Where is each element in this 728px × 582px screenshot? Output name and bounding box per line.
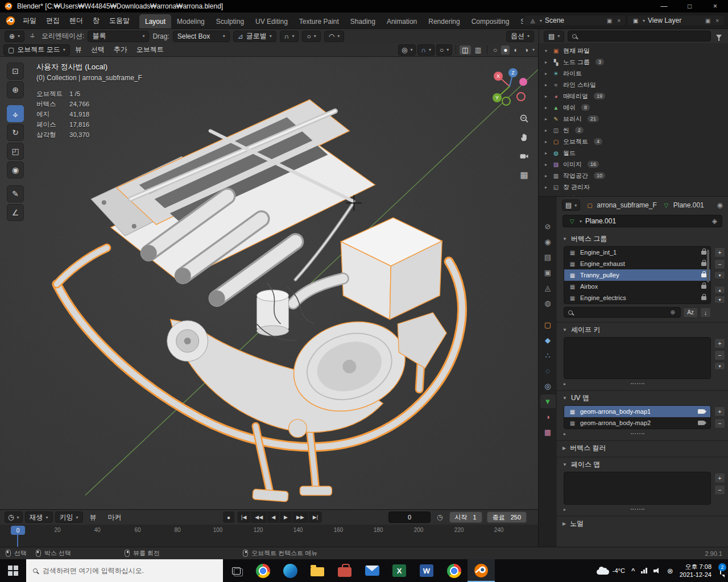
zoom-icon[interactable] (519, 114, 529, 125)
menu-file[interactable]: 파일 (18, 14, 41, 27)
taskbar-app-chrome[interactable] (249, 559, 276, 582)
jump-to-start-button[interactable]: |◀ (237, 512, 251, 523)
snap-dropdown[interactable]: ∩▾ (280, 31, 299, 42)
taskbar-search[interactable] (26, 559, 223, 582)
next-keyframe-button[interactable]: ▶▶ (292, 512, 309, 523)
menu-object[interactable]: 오브젝트 (133, 44, 168, 56)
menu-help[interactable]: 도움말 (105, 14, 134, 27)
weather-widget[interactable]: -4°C (597, 567, 625, 575)
tab-rendering[interactable]: Rendering (423, 14, 465, 28)
shape-key-specials-button[interactable]: ▾ (714, 362, 725, 370)
expander-icon[interactable]: ▸ (564, 431, 566, 436)
drag-dropdown[interactable]: Select Box▾ (173, 31, 230, 42)
taskbar-app-mail[interactable] (358, 559, 386, 582)
tab-particles[interactable]: ∴ (540, 348, 556, 362)
face-maps-header[interactable]: ▼페이스 맵 (557, 458, 728, 472)
menu-timeline-view[interactable]: 뷰 (85, 511, 101, 524)
jump-to-end-button[interactable]: ▶| (309, 512, 322, 523)
tab-animation[interactable]: Animation (381, 14, 423, 28)
tab-modeling[interactable]: Modeling (171, 14, 210, 28)
measure-tool[interactable]: ∠ (7, 204, 24, 221)
scene-selector[interactable]: ◬▾ Scene ▣ × (524, 15, 626, 26)
shading-rendered-button[interactable]: ◑ (522, 45, 531, 55)
uv-map-row-active[interactable]: ▦geom-arrona_body-map1 (564, 406, 710, 417)
shading-material-button[interactable]: ◐ (511, 45, 520, 55)
outliner-search-input[interactable] (568, 31, 711, 41)
tab-layout[interactable]: Layout (139, 14, 171, 28)
camera-render-icon[interactable] (698, 409, 704, 414)
vertex-group-row[interactable]: ▦Engine_exhaust (564, 258, 710, 269)
remove-uv-map-button[interactable]: − (714, 418, 725, 429)
task-view-button[interactable] (223, 559, 249, 582)
shield-icon[interactable]: ◈ (712, 217, 717, 225)
overlays-toggle[interactable]: ◫ (460, 45, 470, 55)
uv-map-row[interactable]: ▦geom-arrona_body-map2 (564, 417, 710, 429)
add-face-map-button[interactable]: + (714, 473, 725, 483)
volume-icon[interactable] (653, 567, 661, 574)
uv-maps-header[interactable]: ▼UV 맵 (557, 391, 728, 405)
outliner-item-window-managers[interactable]: ▸◱창 관리자 (539, 181, 728, 193)
outliner-item-line-styles[interactable]: ▸≈라인 스타일 (539, 79, 728, 90)
outliner-item-images[interactable]: ▸▨이미지16 (539, 159, 728, 170)
outliner-item-collections[interactable]: ▸▧컬렉션 (539, 193, 728, 197)
start-button[interactable] (0, 559, 26, 582)
taskbar-app-blender[interactable] (468, 559, 495, 582)
snapping-dropdown[interactable]: ∩▾ (417, 44, 435, 56)
move-group-up-button[interactable]: ▴ (714, 286, 725, 294)
proportional-edit-dropdown[interactable]: ○▾ (302, 31, 320, 42)
breadcrumb-object[interactable]: ▢arrona_subframe_F (585, 201, 656, 209)
camera-view-icon[interactable] (519, 151, 529, 163)
auto-key-button[interactable]: ● (223, 512, 235, 523)
transform-orientation-dropdown[interactable]: ⊿글로벌▾ (233, 31, 276, 42)
outliner-item-worlds[interactable]: ▸◍월드 (539, 147, 728, 159)
vertex-groups-header[interactable]: ▼버텍스 그룹 (557, 232, 728, 246)
current-frame-field[interactable]: 0 (388, 512, 431, 523)
annotate-tool[interactable]: ✎ (7, 185, 24, 202)
vertex-group-row-active[interactable]: ▦Tranny_pulley (564, 269, 710, 281)
resize-grip[interactable] (631, 509, 644, 510)
new-scene-button[interactable]: ▣ (606, 18, 613, 24)
tab-world[interactable]: ◍ (540, 296, 556, 310)
pin-icon[interactable]: ◉ (717, 201, 723, 209)
vertex-group-row[interactable]: ▦Airbox (564, 281, 710, 292)
outliner-item-lights[interactable]: ▸☀라이트 (539, 68, 728, 79)
transform-tool[interactable]: ◉ (7, 161, 24, 178)
menu-edit[interactable]: 편집 (42, 14, 64, 27)
add-vertex-group-button[interactable]: + (714, 247, 725, 257)
tab-uv-editing[interactable]: UV Editing (250, 14, 293, 28)
xray-toggle[interactable]: ▥ (473, 45, 483, 55)
vertex-group-specials-button[interactable]: ▾ (714, 271, 725, 279)
tab-material[interactable]: ◑ (540, 410, 556, 423)
taskbar-app-word[interactable]: W (413, 559, 440, 582)
active-tool-dropdown[interactable]: ⊕▾ (5, 31, 24, 42)
outliner-item-objects[interactable]: ▸▢오브젝트4 (539, 136, 728, 147)
orientation-dropdown[interactable]: 블록▾ (88, 31, 149, 42)
remove-shape-key-button[interactable]: − (714, 350, 725, 360)
new-view-layer-button[interactable]: ▣ (704, 18, 712, 24)
minimize-button[interactable]: — (651, 0, 677, 13)
play-button[interactable]: ▶ (280, 512, 292, 523)
tab-render[interactable]: ◉ (540, 235, 556, 248)
mode-dropdown[interactable]: ▢오브젝트 모드▾ (3, 44, 70, 56)
tab-object-data[interactable]: ▼ (540, 394, 556, 408)
frame-end-field[interactable]: 종료250 (487, 512, 527, 523)
axis-navigation-gizmo[interactable]: X Z Y (487, 66, 530, 111)
menu-add[interactable]: 추가 (110, 44, 131, 56)
lock-icon[interactable] (701, 285, 706, 289)
menu-marker[interactable]: 마커 (104, 511, 126, 524)
tab-compositing[interactable]: Compositing (466, 14, 515, 28)
play-reverse-button[interactable]: ◀ (267, 512, 280, 523)
outliner-item-meshes[interactable]: ▸▲메쉬8 (539, 102, 728, 113)
proportional-dropdown[interactable]: ○▾ (436, 44, 452, 56)
outliner-item-workspaces[interactable]: ▸▥작업공간10 (539, 170, 728, 181)
keying-dropdown[interactable]: 키잉▾ (55, 512, 83, 523)
taskbar-app-chrome-2[interactable] (440, 559, 468, 582)
remove-view-layer-button[interactable]: × (714, 18, 720, 24)
unlink-scene-button[interactable]: × (616, 18, 622, 24)
tab-output[interactable]: ▤ (540, 250, 556, 264)
view-layer-selector[interactable]: ▣▾ View Layer ▣ × (627, 15, 725, 26)
vertex-group-filter-input[interactable]: ⊕ (564, 307, 681, 318)
gizmos-dropdown[interactable]: ◎▾ (398, 44, 416, 56)
menu-select[interactable]: 선택 (87, 44, 109, 56)
scrollbar[interactable] (707, 250, 709, 282)
